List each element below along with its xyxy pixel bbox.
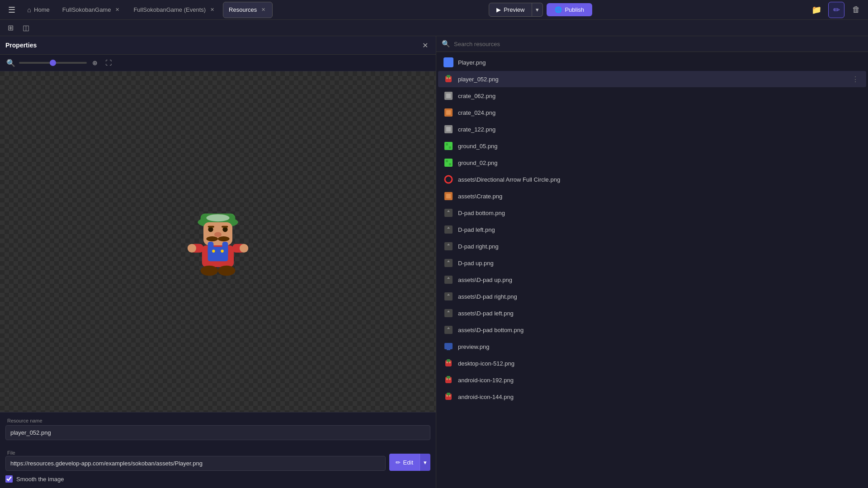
resource-name: player_052.png: [458, 76, 845, 83]
resource-item[interactable]: assets\Crate.png ⋮: [438, 188, 866, 204]
topbar-right: 📁 ✏ 🗑: [808, 2, 864, 18]
svg-rect-42: [444, 209, 453, 217]
edit-button[interactable]: ✏ Edit: [389, 454, 420, 471]
resource-thumb: [443, 258, 453, 268]
resource-thumb: [443, 158, 453, 168]
resource-item[interactable]: crate_062.png ⋮: [438, 88, 866, 104]
preview-button[interactable]: ▶ Preview: [489, 3, 532, 17]
smooth-label: Smooth the image: [16, 476, 64, 483]
edit-mode-button[interactable]: ✏: [828, 2, 844, 18]
resource-item[interactable]: D-pad left.png ⋮: [438, 221, 866, 238]
resource-item[interactable]: crate_122.png ⋮: [438, 121, 866, 137]
zoom-out-button[interactable]: 🔍: [5, 57, 16, 68]
resource-name: crate_122.png: [458, 126, 845, 133]
resource-thumb: [443, 91, 453, 101]
trash-button[interactable]: 🗑: [848, 2, 864, 18]
resource-thumb: [443, 108, 453, 117]
preview-play-icon: ▶: [496, 6, 501, 13]
tab-resources[interactable]: Resources ✕: [223, 2, 273, 18]
svg-rect-35: [449, 146, 451, 149]
search-bar: 🔍: [436, 36, 868, 52]
svg-point-26: [449, 77, 451, 79]
svg-rect-46: [444, 242, 453, 250]
resource-item[interactable]: assets\D-pad right.png ⋮: [438, 288, 866, 305]
tab-game-close[interactable]: ✕: [113, 6, 121, 14]
resource-thumb: [443, 225, 453, 235]
svg-point-20: [240, 244, 248, 253]
panel-header: Properties ✕: [0, 36, 436, 55]
resource-name: assets\D-pad left.png: [458, 310, 845, 317]
smooth-checkbox[interactable]: [5, 475, 13, 483]
resource-name-field: Resource name: [5, 418, 430, 440]
preview-dropdown[interactable]: ▾: [532, 3, 543, 17]
resource-item[interactable]: desktop-icon-512.png ⋮: [438, 355, 866, 371]
resource-thumb: [443, 57, 453, 67]
tab-home[interactable]: ⌂ Home: [22, 2, 55, 18]
panel-title: Properties: [5, 42, 37, 49]
globe-icon: 🌐: [555, 6, 562, 13]
resource-item[interactable]: player_052.png ⋮: [438, 71, 866, 87]
resource-name-input[interactable]: [5, 425, 430, 440]
home-icon: ⌂: [27, 6, 31, 14]
zoom-in-button[interactable]: ⊕: [90, 57, 100, 68]
resource-name: D-pad right.png: [458, 243, 845, 250]
resource-item[interactable]: android-icon-192.png ⋮: [438, 372, 866, 388]
menu-button[interactable]: ☰: [4, 2, 20, 18]
resource-more-button[interactable]: ⋮: [850, 74, 861, 84]
svg-point-67: [449, 378, 451, 380]
scene-view-button[interactable]: ⊞: [4, 21, 17, 35]
resource-thumb: [443, 375, 453, 385]
tab-events-close[interactable]: ✕: [208, 6, 216, 14]
main-layout: Properties ✕ 🔍 ⊕ ⛶: [0, 36, 868, 488]
svg-rect-54: [444, 309, 453, 317]
svg-point-63: [449, 361, 451, 363]
tab-home-label: Home: [34, 6, 50, 13]
resource-item[interactable]: assets\Directional Arrow Full Circle.png…: [438, 171, 866, 188]
resource-item[interactable]: D-pad up.png ⋮: [438, 255, 866, 271]
zoom-slider[interactable]: [19, 62, 87, 64]
edit-icon: ✏: [833, 5, 840, 15]
tab-resources-close[interactable]: ✕: [259, 6, 267, 14]
resource-item[interactable]: crate_024.png ⋮: [438, 104, 866, 121]
form-area: Resource name File ✏ Edit ▾: [0, 412, 436, 488]
file-input[interactable]: [5, 456, 386, 471]
resource-item[interactable]: assets\D-pad left.png ⋮: [438, 305, 866, 321]
resource-name: assets\Directional Arrow Full Circle.png: [458, 176, 845, 183]
resource-name: android-icon-192.png: [458, 377, 845, 384]
resource-name: assets\Crate.png: [458, 193, 845, 200]
resource-item[interactable]: ground_02.png ⋮: [438, 155, 866, 171]
resources-panel: 🔍 Player.png ⋮ player_052.png ⋮ crate_06…: [436, 36, 868, 488]
object-view-button[interactable]: ◫: [19, 21, 33, 35]
search-input[interactable]: [454, 41, 863, 47]
resource-thumb: [443, 325, 453, 335]
svg-point-9: [206, 236, 218, 241]
resource-item[interactable]: Player.png ⋮: [438, 54, 866, 70]
tab-game[interactable]: FullSokobanGame ✕: [57, 2, 127, 18]
resource-thumb: [443, 174, 453, 184]
tab-events[interactable]: FullSokobanGame (Events) ✕: [128, 2, 221, 18]
publish-button[interactable]: 🌐 Publish: [547, 3, 592, 16]
resource-name: D-pad bottom.png: [458, 210, 845, 216]
topbar-center: ▶ Preview ▾ 🌐 Publish: [274, 3, 807, 17]
tab-game-label: FullSokobanGame: [62, 6, 111, 13]
resource-name: Player.png: [458, 59, 845, 66]
resource-item[interactable]: D-pad right.png ⋮: [438, 238, 866, 254]
resource-item[interactable]: ground_05.png ⋮: [438, 138, 866, 154]
player-sprite: [182, 201, 254, 282]
resource-item[interactable]: android-icon-144.png ⋮: [438, 389, 866, 405]
resource-thumb: [443, 392, 453, 402]
panel-close-button[interactable]: ✕: [420, 40, 430, 51]
edit-dropdown[interactable]: ▾: [420, 454, 430, 471]
resource-name: desktop-icon-512.png: [458, 360, 845, 367]
svg-rect-59: [447, 349, 450, 350]
resource-item[interactable]: preview.png ⋮: [438, 338, 866, 355]
fullscreen-button[interactable]: ⛶: [103, 57, 114, 68]
resource-item[interactable]: D-pad bottom.png ⋮: [438, 205, 866, 221]
resource-item[interactable]: assets\D-pad bottom.png ⋮: [438, 322, 866, 338]
resource-thumb: [443, 308, 453, 318]
resource-item[interactable]: assets\D-pad up.png ⋮: [438, 272, 866, 288]
folder-button[interactable]: 📁: [808, 2, 825, 18]
resource-thumb: [443, 208, 453, 218]
svg-point-22: [218, 266, 235, 276]
file-input-wrap: File: [5, 449, 386, 471]
